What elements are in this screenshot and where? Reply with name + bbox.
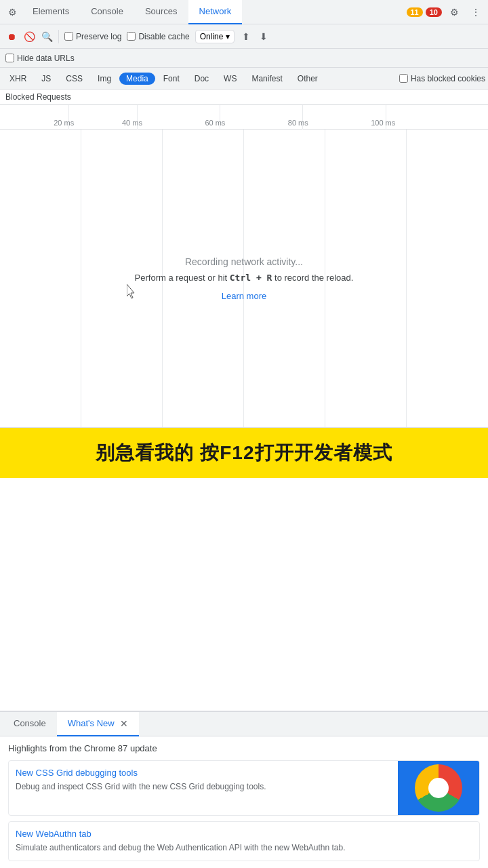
timeline-ticks: 20 ms 40 ms 60 ms 80 ms 100 ms: [0, 105, 488, 130]
search-icon[interactable]: 🔍: [41, 31, 53, 43]
filter-xhr[interactable]: XHR: [3, 73, 33, 85]
tab-network[interactable]: Network: [188, 0, 243, 24]
spacer: [0, 478, 488, 505]
filter-other[interactable]: Other: [291, 73, 325, 85]
warning-badge: 11: [407, 7, 423, 17]
tick-60ms: 60 ms: [205, 119, 225, 127]
has-blocked[interactable]: Has blocked cookies: [399, 74, 485, 83]
settings-icon[interactable]: ⚙: [445, 3, 464, 22]
download-icon[interactable]: ⬇: [258, 31, 270, 43]
news-item-2-desc: Simulate authenticators and debug the We…: [16, 842, 472, 854]
chevron-down-icon: ▾: [226, 32, 230, 41]
has-blocked-checkbox[interactable]: [399, 74, 408, 83]
filter-bar: XHR JS CSS Img Media Font Doc WS Manifes…: [0, 68, 488, 90]
filter-font[interactable]: Font: [157, 73, 186, 85]
disable-cache-label[interactable]: Disable cache: [127, 32, 189, 41]
filter-css[interactable]: CSS: [59, 73, 89, 85]
devtools-icon[interactable]: ⚙: [3, 3, 22, 22]
close-whats-new-button[interactable]: ✕: [120, 718, 128, 729]
highlights-title: Highlights from the Chrome 87 update: [8, 743, 480, 753]
tick-20ms: 20 ms: [54, 119, 74, 127]
tab-elements[interactable]: Elements: [22, 0, 80, 24]
toolbar: ⏺ 🚫 🔍 Preserve log Disable cache Online …: [0, 24, 488, 49]
chrome-inner-circle: [428, 778, 449, 798]
filter-media[interactable]: Media: [119, 73, 155, 85]
news-item-1-desc: Debug and inspect CSS Grid with the new …: [16, 781, 384, 793]
preserve-log-label[interactable]: Preserve log: [64, 32, 121, 41]
online-select[interactable]: Online ▾: [195, 30, 235, 43]
news-item-2-title[interactable]: New WebAuthn tab: [16, 829, 472, 839]
tab-sources[interactable]: Sources: [134, 0, 188, 24]
bottom-content: Highlights from the Chrome 87 update New…: [0, 736, 488, 868]
hide-urls-row: Hide data URLs: [0, 49, 488, 68]
bottom-tab-bar: Console What's New ✕: [0, 712, 488, 736]
error-badge: 10: [426, 7, 442, 17]
timeline-header: 20 ms 40 ms 60 ms 80 ms 100 ms: [0, 105, 488, 130]
hide-urls-checkbox[interactable]: [5, 54, 14, 62]
bottom-panel: Console What's New ✕ Highlights from the…: [0, 711, 488, 868]
tab-bar-icons: 11 10 ⚙ ⋮: [407, 3, 486, 22]
yellow-banner: 别急看我的 按F12打开开发者模式: [0, 428, 488, 478]
blocked-requests-label: Blocked Requests: [0, 90, 488, 105]
news-item-2-text: New WebAuthn tab Simulate authenticators…: [9, 822, 479, 861]
tab-list: ⚙ Elements Console Sources Network: [3, 0, 242, 24]
filter-img[interactable]: Img: [91, 73, 118, 85]
clear-icon[interactable]: 🚫: [23, 31, 35, 43]
separator-1: [58, 30, 59, 43]
more-icon[interactable]: ⋮: [466, 3, 485, 22]
filter-doc[interactable]: Doc: [188, 73, 216, 85]
tick-40ms: 40 ms: [122, 119, 142, 127]
recording-text: Recording network activity...: [185, 256, 303, 267]
news-item-1-thumb: [398, 761, 479, 815]
news-item-1: New CSS Grid debugging tools Debug and i…: [8, 760, 480, 816]
perform-request-text: Perform a request or hit Ctrl + R to rec…: [135, 273, 354, 283]
news-items-list: New CSS Grid debugging tools Debug and i…: [8, 760, 480, 861]
tab-bar: ⚙ Elements Console Sources Network 11 10…: [0, 0, 488, 24]
bottom-tab-whats-new[interactable]: What's New ✕: [57, 712, 139, 736]
disable-cache-checkbox[interactable]: [127, 32, 136, 41]
svg-marker-0: [127, 284, 134, 298]
tick-100ms: 100 ms: [371, 119, 395, 127]
upload-icon[interactable]: ⬆: [240, 31, 252, 43]
learn-more-link[interactable]: Learn more: [222, 291, 266, 301]
record-icon[interactable]: ⏺: [5, 31, 18, 43]
bottom-tab-console[interactable]: Console: [3, 712, 57, 736]
preserve-log-checkbox[interactable]: [64, 32, 73, 41]
tick-80ms: 80 ms: [288, 119, 308, 127]
news-item-2: New WebAuthn tab Simulate authenticators…: [8, 821, 480, 861]
news-item-1-text: New CSS Grid debugging tools Debug and i…: [9, 761, 391, 815]
news-item-1-title[interactable]: New CSS Grid debugging tools: [16, 768, 384, 778]
network-empty-area: Recording network activity... Perform a …: [0, 130, 488, 428]
filter-js[interactable]: JS: [35, 73, 58, 85]
tab-console[interactable]: Console: [80, 0, 134, 24]
filter-ws[interactable]: WS: [217, 73, 243, 85]
filter-manifest[interactable]: Manifest: [245, 73, 289, 85]
hide-urls-label[interactable]: Hide data URLs: [5, 54, 75, 63]
chrome-logo-icon: [415, 764, 462, 812]
